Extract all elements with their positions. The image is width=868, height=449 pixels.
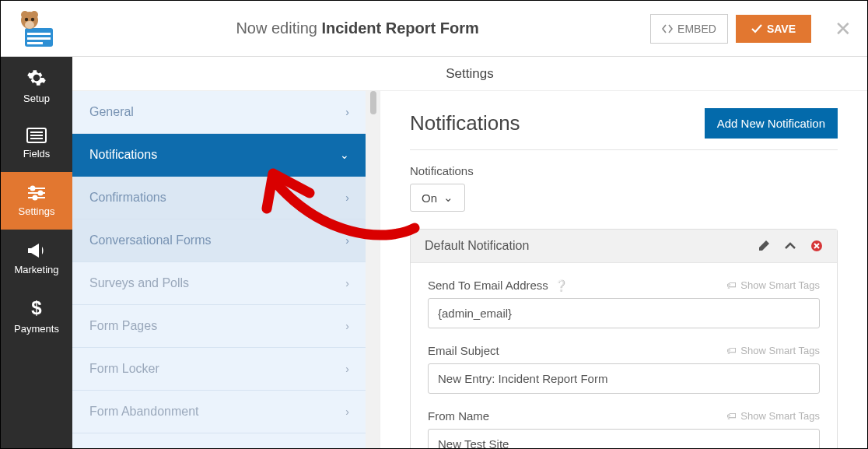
gear-icon xyxy=(26,68,47,88)
submenu-item-notifications[interactable]: Notifications ⌄ xyxy=(72,134,366,177)
label-text: Send To Email Address xyxy=(428,279,548,292)
row-subject: Email Subject 🏷 Show Smart Tags xyxy=(428,344,820,394)
check-icon xyxy=(751,24,762,33)
svg-rect-1 xyxy=(27,33,51,35)
chevron-right-icon: › xyxy=(345,277,349,289)
nav-item-marketing[interactable]: Marketing xyxy=(1,230,72,287)
chevron-right-icon: › xyxy=(345,234,349,247)
submenu-label: Form Abandonment xyxy=(89,405,199,419)
content: Setup Fields Settings Marketing xyxy=(1,57,867,448)
submenu-item-general[interactable]: General › xyxy=(72,91,366,134)
notification-card: Default Notification Send To Email Addre… xyxy=(410,229,838,448)
svg-point-6 xyxy=(30,11,38,19)
tag-icon: 🏷 xyxy=(726,345,737,356)
chevron-right-icon: › xyxy=(345,363,349,375)
editing-label: Now editing Incident Report Form xyxy=(65,19,650,37)
bullhorn-icon xyxy=(26,242,47,259)
left-nav: Setup Fields Settings Marketing xyxy=(1,57,72,448)
submenu-label: Form Locker xyxy=(89,362,159,376)
edit-icon[interactable] xyxy=(758,240,770,252)
nav-item-setup[interactable]: Setup xyxy=(1,57,72,114)
scroll-thumb[interactable] xyxy=(370,91,376,114)
svg-point-17 xyxy=(39,191,43,195)
submenu-item-abandonment[interactable]: Form Abandonment › xyxy=(72,391,366,433)
svg-point-19 xyxy=(33,195,37,199)
app-logo xyxy=(9,9,65,48)
svg-point-9 xyxy=(25,21,34,29)
body-header: Settings xyxy=(72,57,867,91)
embed-button[interactable]: EMBED xyxy=(650,14,728,44)
divider xyxy=(410,149,838,150)
dollar-icon: $ xyxy=(30,298,44,318)
svg-point-15 xyxy=(31,186,35,190)
form-name: Incident Report Form xyxy=(321,19,478,37)
submenu-item-formpages[interactable]: Form Pages › xyxy=(72,305,366,348)
svg-point-5 xyxy=(21,11,29,19)
submenu-item-confirmations[interactable]: Confirmations › xyxy=(72,177,366,219)
body: Settings General › Notifications ⌄ Confi… xyxy=(72,57,867,448)
nav-item-payments[interactable]: $ Payments xyxy=(1,287,72,345)
card-title: Default Notification xyxy=(425,239,529,253)
nav-label: Payments xyxy=(14,323,59,335)
sliders-icon xyxy=(26,185,47,201)
submenu-label: Notifications xyxy=(89,148,157,162)
chevron-right-icon: › xyxy=(345,191,349,204)
body-columns: General › Notifications ⌄ Confirmations … xyxy=(72,91,867,448)
nav-label: Setup xyxy=(23,93,50,104)
send-to-label: Send To Email Address ❔ xyxy=(428,279,568,292)
submenu-label: General xyxy=(89,105,134,119)
settings-panel: Notifications Add New Notification Notif… xyxy=(380,91,867,448)
body-header-title: Settings xyxy=(446,66,493,82)
row-from-name: From Name 🏷 Show Smart Tags xyxy=(428,409,820,448)
show-smart-tags[interactable]: 🏷 Show Smart Tags xyxy=(726,279,820,291)
now-editing-prefix: Now editing xyxy=(236,19,317,37)
tag-icon: 🏷 xyxy=(726,410,737,422)
show-smart-tags[interactable]: 🏷 Show Smart Tags xyxy=(726,345,820,356)
smart-tags-label: Show Smart Tags xyxy=(740,410,820,422)
settings-submenu: General › Notifications ⌄ Confirmations … xyxy=(72,91,366,448)
save-button[interactable]: SAVE xyxy=(736,15,811,43)
toggle-label: Notifications xyxy=(410,164,838,177)
nav-label: Settings xyxy=(19,205,55,217)
close-icon[interactable]: ✕ xyxy=(835,19,852,39)
subject-input[interactable] xyxy=(428,363,820,394)
chevron-right-icon: › xyxy=(345,106,349,118)
settings-submenu-wrap: General › Notifications ⌄ Confirmations … xyxy=(72,91,380,448)
chevron-down-icon: ⌄ xyxy=(443,191,453,205)
panel-title: Notifications xyxy=(410,111,520,135)
help-icon[interactable]: ❔ xyxy=(555,279,568,292)
nav-label: Fields xyxy=(23,148,51,160)
topbar-actions: EMBED SAVE ✕ xyxy=(650,14,852,44)
list-icon xyxy=(26,128,47,143)
card-header: Default Notification xyxy=(411,230,837,263)
submenu-item-surveys[interactable]: Surveys and Polls › xyxy=(72,262,366,305)
subject-label: Email Subject xyxy=(428,344,499,357)
code-icon xyxy=(662,24,673,33)
svg-rect-2 xyxy=(27,37,51,40)
svg-point-8 xyxy=(31,17,34,20)
toggle-value: On xyxy=(422,191,437,205)
show-smart-tags[interactable]: 🏷 Show Smart Tags xyxy=(726,410,820,422)
send-to-input[interactable] xyxy=(428,298,820,328)
delete-icon[interactable] xyxy=(810,240,823,252)
notifications-toggle[interactable]: On ⌄ xyxy=(410,184,465,212)
collapse-icon[interactable] xyxy=(784,241,796,251)
svg-point-7 xyxy=(25,17,28,20)
submenu-label: Confirmations xyxy=(89,191,166,205)
submenu-scrollbar[interactable] xyxy=(366,91,380,448)
submenu-item-conversational[interactable]: Conversational Forms › xyxy=(72,219,366,262)
save-button-label: SAVE xyxy=(767,23,796,35)
smart-tags-label: Show Smart Tags xyxy=(740,345,820,356)
submenu-item-formlocker[interactable]: Form Locker › xyxy=(72,348,366,391)
nav-item-fields[interactable]: Fields xyxy=(1,114,72,172)
chevron-right-icon: › xyxy=(345,320,349,332)
nav-label: Marketing xyxy=(14,264,58,275)
chevron-right-icon: › xyxy=(345,405,349,418)
top-bar: Now editing Incident Report Form EMBED S… xyxy=(1,1,867,57)
submenu-label: Form Pages xyxy=(89,319,157,333)
tag-icon: 🏷 xyxy=(726,279,737,291)
add-notification-button[interactable]: Add New Notification xyxy=(705,108,838,139)
from-name-input[interactable] xyxy=(428,429,820,448)
smart-tags-label: Show Smart Tags xyxy=(740,279,820,291)
nav-item-settings[interactable]: Settings xyxy=(1,172,72,230)
